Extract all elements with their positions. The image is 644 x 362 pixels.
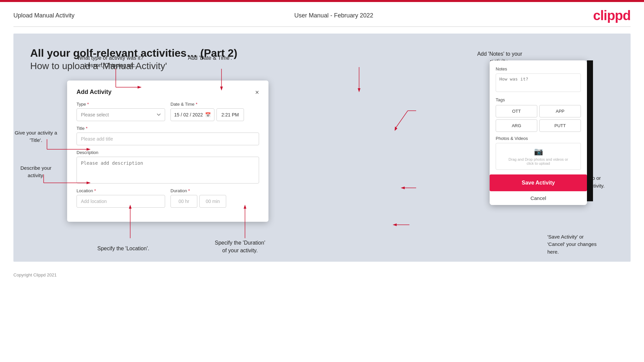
title-field-label: Title * [77,126,259,131]
location-group: Location * [77,188,165,208]
title-input[interactable] [77,133,259,145]
tags-section-label: Tags [496,97,581,102]
page-title: Upload Manual Activity [13,12,75,19]
copyright: Copyright Clippd 2021 [13,272,57,277]
location-label: Location * [77,188,165,193]
phone-mock: Notes Tags OTT APP ARG PUTT Photos & Vid… [490,60,587,205]
save-activity-button[interactable]: Save Activity [490,174,587,191]
svg-marker-22 [401,187,405,189]
form-row-type-datetime: Type * Please select Date & Time * 15 / … [77,102,259,121]
tag-app[interactable]: APP [539,105,581,117]
svg-line-19 [396,111,408,127]
description-label: Description [77,150,259,155]
tag-putt[interactable]: PUTT [539,119,581,132]
header: Upload Manual Activity User Manual - Feb… [0,2,644,27]
form-row-location-duration: Location * Duration * [77,188,259,208]
type-group: Type * Please select [77,102,165,121]
date-input[interactable]: 15 / 02 / 2022 📅 [170,108,214,121]
main-content: All your golf-relevant activities… (Part… [13,34,631,262]
photos-section-label: Photos & Videos [496,136,581,141]
cancel-link[interactable]: Cancel [490,191,587,205]
svg-marker-24 [393,223,397,226]
tags-grid: OTT APP ARG PUTT [496,105,581,132]
calendar-icon: 📅 [205,112,211,117]
svg-marker-20 [395,126,397,131]
duration-min-input[interactable] [199,195,226,208]
duration-group: Duration * [170,188,259,208]
type-label: Type * [77,102,165,107]
header-divider [13,27,631,27]
callout-save: 'Save Activity' or 'Cancel' your changes… [547,233,628,256]
callout-datetime: Add 'Date & Time'. [188,54,232,62]
dialog-header: Add Activity × [77,89,259,96]
datetime-group: Date & Time * 15 / 02 / 2022 📅 2:21 PM [170,102,259,121]
date-value: 15 / 02 / 2022 [174,112,203,117]
notes-section-label: Notes [496,66,581,71]
dialog-title: Add Activity [77,89,111,96]
photo-drop-text: Drag and Drop photos and videos or click… [508,157,568,165]
photo-icon: 📷 [534,147,543,156]
photo-drop-zone[interactable]: 📷 Drag and Drop photos and videos or cli… [496,143,581,170]
footer: Copyright Clippd 2021 [0,268,644,281]
type-select[interactable]: Please select [77,108,165,121]
add-activity-dialog: Add Activity × Type * Please select Date… [67,81,268,222]
datetime-label: Date & Time * [170,102,259,107]
description-textarea[interactable] [77,157,259,184]
phone-inner: Notes Tags OTT APP ARG PUTT Photos & Vid… [490,60,587,170]
time-input[interactable]: 2:21 PM [216,108,244,121]
callout-duration: Specify the 'Duration' of your activity. [215,239,265,254]
tag-arg[interactable]: ARG [496,119,537,132]
duration-inputs [170,195,259,208]
notes-textarea[interactable] [496,73,581,92]
time-value: 2:21 PM [221,112,239,117]
description-group: Description [77,150,259,184]
title-group: Title * [77,126,259,145]
phone-sidebar-right [587,60,593,201]
duration-label: Duration * [170,188,259,193]
manual-title: User Manual - February 2022 [294,12,373,19]
svg-marker-17 [358,88,360,92]
logo: clippd [593,8,631,23]
dialog-close-button[interactable]: × [255,89,259,96]
date-time-inputs: 15 / 02 / 2022 📅 2:21 PM [170,108,259,121]
callout-location: Specify the 'Location'. [97,245,149,252]
callout-title: Give your activity a 'Title'. [14,129,58,144]
location-input[interactable] [77,195,165,208]
tag-ott[interactable]: OTT [496,105,537,117]
callout-description: Describe your activity. [14,164,58,179]
duration-hr-input[interactable] [170,195,197,208]
callout-type: What type of activity was it? Lesson, Ch… [77,54,143,69]
